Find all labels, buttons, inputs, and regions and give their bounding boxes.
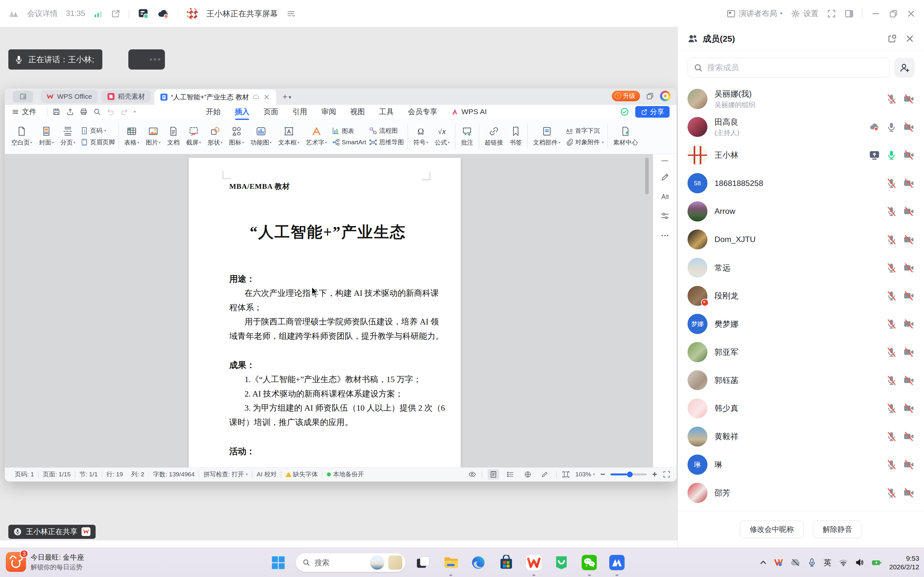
search-highlight-avatar[interactable] xyxy=(370,556,384,570)
member-camera-button[interactable] xyxy=(903,403,915,414)
ribbon-符号[interactable]: Ω符号▾ xyxy=(412,125,430,148)
search-highlight-thumb[interactable] xyxy=(388,556,402,570)
edge-browser-icon[interactable] xyxy=(468,553,488,572)
restore-button[interactable] xyxy=(889,9,898,18)
settings-button[interactable]: 设置 xyxy=(791,8,819,19)
status-节[interactable]: 节: 1/1 xyxy=(75,470,102,479)
meeting-detail-link[interactable]: 会议详情 xyxy=(27,8,57,19)
zoom-out-button[interactable]: − xyxy=(600,470,605,479)
fullscreen-icon[interactable] xyxy=(827,9,836,18)
redo-icon[interactable] xyxy=(120,108,128,116)
collapse-handle[interactable] xyxy=(661,160,668,161)
member-mic-button[interactable] xyxy=(886,318,898,330)
menu-开始[interactable]: 开始 xyxy=(205,106,221,118)
microsoft-store-icon[interactable] xyxy=(496,553,516,572)
member-camera-button[interactable] xyxy=(903,290,915,301)
fit-page-icon[interactable] xyxy=(562,470,570,479)
member-camera-button[interactable] xyxy=(903,205,915,218)
member-camera-button[interactable] xyxy=(903,430,915,442)
member-camera-button[interactable] xyxy=(903,318,915,330)
ribbon-对象附件[interactable]: 对象附件▾ xyxy=(565,138,604,147)
tray-cloud-off-icon[interactable] xyxy=(791,558,800,567)
ribbon-艺术字[interactable]: 艺术字▾ xyxy=(304,125,329,148)
menu-页面[interactable]: 页面 xyxy=(263,106,279,118)
member-row[interactable]: 段刚龙 xyxy=(678,282,924,310)
pen-tool-icon[interactable] xyxy=(660,172,670,182)
member-mic-button[interactable] xyxy=(886,403,898,414)
tray-ime-language[interactable]: 英 xyxy=(824,558,832,568)
member-row[interactable]: 邵芳 xyxy=(678,479,924,507)
member-row[interactable]: 王小林 xyxy=(678,141,924,169)
view-ink-button[interactable] xyxy=(539,469,551,479)
member-camera-button[interactable] xyxy=(903,262,915,274)
undo-icon[interactable] xyxy=(107,108,115,116)
status-列[interactable]: 列: 2 xyxy=(127,470,148,479)
member-camera-button[interactable] xyxy=(903,459,915,471)
status-本地备份开[interactable]: 本地备份开 xyxy=(322,470,368,479)
tab-list-caret-icon[interactable]: ▾ xyxy=(288,94,291,101)
member-camera-button[interactable] xyxy=(903,177,915,189)
tencent-meeting-icon[interactable] xyxy=(607,553,627,572)
unmute-button[interactable]: 解除静音 xyxy=(813,521,862,538)
layout-button[interactable]: 演讲者布局 ▾ xyxy=(726,8,782,19)
member-row[interactable]: 5818681885258 xyxy=(678,169,924,197)
member-mic-button[interactable] xyxy=(886,346,898,358)
file-menu[interactable]: 文件 xyxy=(12,107,37,117)
menu-工具[interactable]: 工具 xyxy=(378,106,394,118)
share-list-icon[interactable] xyxy=(286,9,296,18)
status-字数[interactable]: 字数: 139/4964 xyxy=(149,470,199,479)
menu-会员专享[interactable]: 会员专享 xyxy=(407,106,438,118)
ribbon-功能图[interactable]: 功能图▾ xyxy=(249,125,273,148)
member-camera-button[interactable] xyxy=(903,149,915,161)
ribbon-页码[interactable]: 1页码▾ xyxy=(80,126,115,135)
member-row[interactable]: 田高良(主持人) xyxy=(678,113,924,141)
tray-wifi-icon[interactable] xyxy=(838,558,848,567)
eye-protect-icon[interactable] xyxy=(468,470,477,479)
member-mic-button[interactable] xyxy=(886,93,898,105)
badge-mic-icon[interactable] xyxy=(13,528,22,536)
print-preview-icon[interactable] xyxy=(93,108,102,116)
device-app-icon[interactable] xyxy=(137,8,150,19)
member-camera-button[interactable] xyxy=(903,374,915,386)
more-tools-icon[interactable] xyxy=(660,231,670,240)
tab-wps-office[interactable]: WPS Office xyxy=(41,90,98,103)
ribbon-流程图[interactable]: 流程图 xyxy=(369,126,404,135)
ribbon-书签[interactable]: 书签 xyxy=(508,125,524,148)
member-search-input[interactable] xyxy=(707,63,884,72)
wps-office-icon[interactable] xyxy=(524,553,544,572)
status-拼写检查[interactable]: 拼写检查: 打开▾ xyxy=(199,470,252,479)
member-row[interactable]: 吴丽娜(我)吴丽娜的组织 xyxy=(678,85,924,113)
wps-share-button[interactable]: 分享 xyxy=(635,106,669,118)
status-行[interactable]: 行: 19 xyxy=(102,470,127,479)
member-mic-button[interactable] xyxy=(886,177,898,189)
ribbon-截屏[interactable]: 截屏▾ xyxy=(184,125,203,148)
view-page-button[interactable] xyxy=(488,469,499,479)
new-tab-button[interactable]: + xyxy=(283,92,288,101)
quick-access-caret-icon[interactable]: ▾ xyxy=(134,110,136,114)
ribbon-思维导图[interactable]: 思维导图 xyxy=(369,138,404,147)
ribbon-素材中心[interactable]: 素材中心 xyxy=(612,125,640,148)
ribbon-形状[interactable]: 形状▾ xyxy=(206,125,224,148)
minimize-button[interactable] xyxy=(871,9,880,18)
save-icon[interactable] xyxy=(52,108,61,116)
member-row[interactable]: 常远 xyxy=(678,253,924,282)
zoom-level[interactable]: 103%▾ xyxy=(575,471,595,478)
rename-button[interactable]: 修改会中昵称 xyxy=(740,521,803,538)
member-mic-button[interactable] xyxy=(886,290,898,301)
member-mic-button[interactable] xyxy=(886,487,898,499)
ribbon-表格[interactable]: 表格▾ xyxy=(123,125,141,148)
member-row[interactable]: 郭亚军 xyxy=(678,338,924,366)
wps-restore-icon[interactable] xyxy=(646,92,654,100)
ribbon-页眉页脚[interactable]: 页眉页脚 xyxy=(80,138,115,147)
ribbon-文档[interactable]: 文档 xyxy=(166,125,182,148)
scrollbar-thumb[interactable] xyxy=(645,158,649,194)
member-mic-button[interactable] xyxy=(886,430,898,442)
settings-sliders-icon[interactable] xyxy=(660,211,670,221)
ribbon-SmartArt[interactable]: SmartArt xyxy=(332,138,366,147)
view-outline-button[interactable] xyxy=(505,469,517,479)
tray-chevron-icon[interactable] xyxy=(759,558,767,567)
app-store-icon[interactable] xyxy=(551,553,572,572)
menu-审阅[interactable]: 审阅 xyxy=(321,106,337,118)
ribbon-分页[interactable]: 分页▾ xyxy=(59,125,78,148)
view-web-button[interactable] xyxy=(522,469,533,479)
